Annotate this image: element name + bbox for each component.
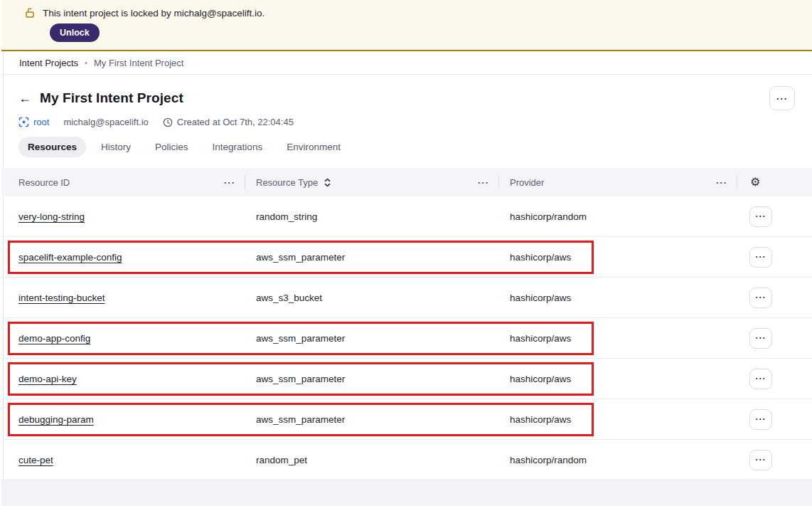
intent-project-page: This intent project is locked by michalg… [0,0,812,506]
column-menu-provider[interactable]: ··· [716,177,727,188]
page-actions-button[interactable]: ··· [769,86,795,110]
table-row: cute-pet random_pet hashicorp/random ··· [1,440,812,480]
clock-icon [163,117,173,127]
breadcrumb-separator: • [85,58,87,67]
tab-policies[interactable]: Policies [146,137,198,157]
breadcrumb-current: My First Intent Project [94,58,183,68]
column-header-provider: Provider [499,177,544,188]
ellipsis-icon: ··· [756,414,766,424]
tab-resources[interactable]: Resources [18,137,86,157]
resource-id-link[interactable]: spacelift-example-config [18,252,122,263]
row-actions-button[interactable]: ··· [749,450,772,470]
table-row: intent-testing-bucket aws_s3_bucket hash… [1,278,812,318]
row-actions-button[interactable]: ··· [749,328,772,349]
resource-id-link[interactable]: demo-app-config [18,333,90,344]
row-actions-button[interactable]: ··· [749,288,772,308]
row-actions-button[interactable]: ··· [749,206,772,227]
space-link[interactable]: root [33,117,49,127]
breadcrumb-parent[interactable]: Intent Projects [19,58,78,68]
table-row: spacelift-example-config aws_ssm_paramet… [1,237,812,278]
column-header-resource-id: Resource ID [1,177,70,188]
resource-type-cell: aws_ssm_parameter [256,252,345,263]
resource-type-cell: aws_ssm_parameter [256,333,345,344]
table-row: demo-api-key aws_ssm_parameter hashicorp… [1,359,812,399]
resource-type-cell: random_pet [256,455,307,465]
ellipsis-icon: ··· [756,252,766,262]
tab-history[interactable]: History [92,137,140,157]
resource-id-link[interactable]: cute-pet [18,455,53,465]
provider-cell: hashicorp/aws [510,333,571,344]
column-header-resource-type: Resource Type [245,177,318,188]
resource-id-link[interactable]: very-long-string [18,211,85,222]
page-header: ← My First Intent Project ··· root micha… [1,75,812,157]
table-row: debugging-param aws_ssm_parameter hashic… [1,399,812,440]
provider-cell: hashicorp/random [510,211,587,222]
ellipsis-icon: ··· [756,333,766,343]
resource-type-cell: random_string [256,211,317,222]
column-menu-resource-type[interactable]: ··· [478,177,489,188]
provider-cell: hashicorp/aws [510,414,571,425]
resource-type-cell: aws_ssm_parameter [256,374,345,384]
table-settings-gear-icon[interactable]: ⚙ [750,176,760,188]
ellipsis-icon: ··· [756,292,766,302]
provider-cell: hashicorp/aws [510,252,571,263]
resource-id-link[interactable]: intent-testing-bucket [18,292,105,303]
page-title: My First Intent Project [40,90,183,106]
tab-bar: ResourcesHistoryPoliciesIntegrationsEnvi… [18,137,795,157]
provider-cell: hashicorp/random [510,455,587,465]
unlock-button[interactable]: Unlock [50,23,100,42]
resource-type-cell: aws_ssm_parameter [256,414,345,425]
locked-banner: This intent project is locked by michalg… [1,0,812,51]
resources-table: Resource ID ··· Resource Type ··· Provid… [1,168,812,480]
footer-area [1,481,812,506]
provider-cell: hashicorp/aws [510,374,571,384]
table-body: very-long-string random_string hashicorp… [1,196,812,480]
row-actions-button[interactable]: ··· [749,247,772,268]
row-actions-button[interactable]: ··· [749,369,772,389]
ellipsis-icon: ··· [756,455,766,465]
owner-label: michalg@spacelift.io [63,117,148,127]
resource-id-link[interactable]: demo-api-key [18,374,77,384]
sort-icon[interactable] [324,178,331,187]
column-menu-resource-id[interactable]: ··· [224,177,235,188]
breadcrumb: Intent Projects • My First Intent Projec… [1,51,812,75]
table-header: Resource ID ··· Resource Type ··· Provid… [1,168,812,196]
back-button[interactable]: ← [18,92,31,105]
ellipsis-icon: ··· [776,93,788,104]
resource-type-cell: aws_s3_bucket [256,292,322,303]
table-row: very-long-string random_string hashicorp… [1,196,812,237]
ellipsis-icon: ··· [756,211,766,221]
provider-cell: hashicorp/aws [510,292,571,303]
table-row: demo-app-config aws_ssm_parameter hashic… [1,318,812,359]
target-icon [18,117,29,127]
tab-environment[interactable]: Environment [277,137,350,157]
lock-open-icon [24,7,36,19]
banner-message: This intent project is locked by michalg… [43,8,265,19]
ellipsis-icon: ··· [756,374,766,384]
row-actions-button[interactable]: ··· [749,409,772,430]
tab-integrations[interactable]: Integrations [203,137,272,157]
resource-id-link[interactable]: debugging-param [18,414,94,425]
created-at-label: Created at Oct 7th, 22:04:45 [177,117,294,127]
